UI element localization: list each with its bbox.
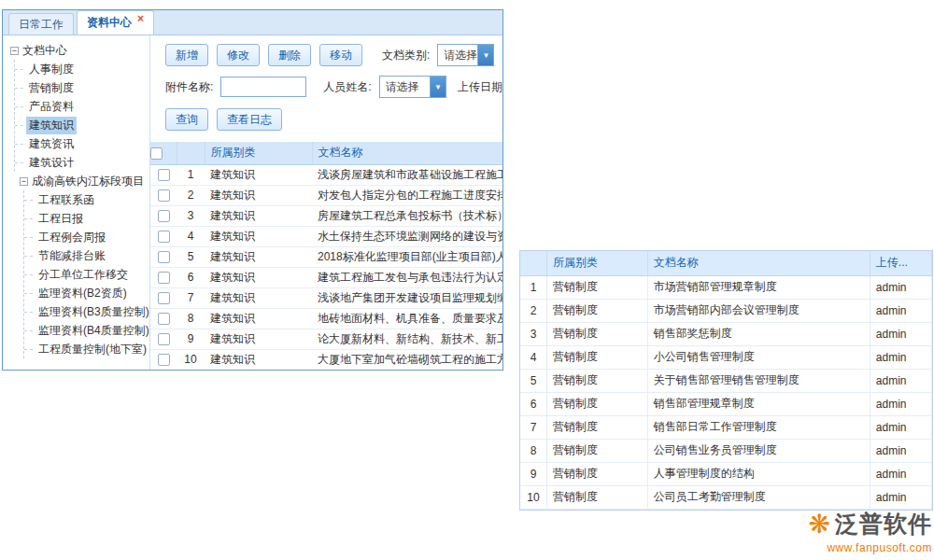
cell-category: 建筑知识 bbox=[205, 185, 312, 205]
cell-name: 市场营销部管理规章制度 bbox=[647, 275, 870, 299]
cell-name: 2018标准化监理项目部(业主项目部)人员... bbox=[312, 246, 502, 267]
sidebar-item[interactable]: 监理资料(B4质量控制) bbox=[24, 321, 149, 340]
row-checkbox[interactable] bbox=[158, 272, 170, 284]
tab-label: 资料中心 bbox=[87, 15, 132, 31]
sidebar-item[interactable]: 监理资料(B3质量控制) bbox=[24, 302, 149, 321]
sidebar-item[interactable]: 工程联系函 bbox=[24, 190, 149, 209]
select-all-checkbox[interactable] bbox=[150, 147, 163, 160]
column-header-category[interactable]: 所属别类 bbox=[546, 251, 647, 275]
table-row[interactable]: 1 营销制度 市场营销部管理规章制度 admin bbox=[520, 275, 932, 299]
sidebar-item[interactable]: 节能减排台账 bbox=[24, 246, 149, 265]
attachment-input[interactable] bbox=[220, 77, 306, 97]
sidebar-item-label: 建筑设计 bbox=[26, 154, 77, 172]
table-row[interactable]: 10 营销制度 公司员工考勤管理制度 admin bbox=[520, 485, 932, 509]
sidebar-item[interactable]: 产品资料 bbox=[15, 97, 149, 116]
collapse-icon[interactable]: − bbox=[10, 47, 19, 55]
cell-name: 人事管理制度的结构 bbox=[647, 462, 870, 485]
sidebar-item[interactable]: 工程例会周报 bbox=[24, 228, 149, 246]
table-row[interactable]: 7 建筑知识 浅谈地产集团开发建设项目监理规划编... bbox=[150, 287, 502, 308]
table-row[interactable]: 4 建筑知识 水土保持生态环境监测网络的建设与资... bbox=[150, 226, 502, 246]
cell-category: 营销制度 bbox=[546, 275, 647, 299]
table-row[interactable]: 3 营销制度 销售部奖惩制度 admin bbox=[520, 322, 932, 345]
row-checkbox[interactable] bbox=[158, 169, 170, 181]
toolbar-row-3: 查询 查看日志 bbox=[150, 103, 502, 136]
add-button[interactable]: 新增 bbox=[165, 44, 208, 66]
tab-bar: 日常工作 资料中心 × bbox=[3, 10, 502, 35]
table-row[interactable]: 9 建筑知识 论大厦新材料、新结构、新技术、新工... bbox=[150, 329, 502, 349]
cell-category: 建筑知识 bbox=[205, 329, 312, 349]
column-header-index bbox=[177, 142, 205, 164]
cell-index: 2 bbox=[177, 185, 205, 205]
sidebar-item-label: 建筑知识 bbox=[26, 117, 77, 134]
row-checkbox[interactable] bbox=[158, 251, 170, 263]
table-row[interactable]: 2 营销制度 市场营销部内部会议管理制度 admin bbox=[520, 299, 932, 322]
sidebar-item-selected[interactable]: 建筑知识 bbox=[15, 116, 149, 134]
table-row[interactable]: 4 营销制度 小公司销售管理制度 admin bbox=[520, 345, 932, 369]
cell-name: 市场营销部内部会议管理制度 bbox=[647, 299, 870, 322]
tab-daily-work[interactable]: 日常工作 bbox=[8, 13, 74, 35]
chevron-down-icon: ▼ bbox=[430, 77, 446, 97]
sidebar-tree: − 文档中心 人事制度 营销制度 产品资料 建筑知识 建筑资讯 建筑设计 − 成… bbox=[3, 35, 150, 370]
sidebar-root-project[interactable]: − 成渝高铁内江标段项目 bbox=[20, 172, 149, 190]
cell-name: 浅谈地产集团开发建设项目监理规划编... bbox=[312, 287, 502, 308]
query-button[interactable]: 查询 bbox=[165, 108, 208, 131]
sidebar-item[interactable]: 工程质量控制(地下室) bbox=[24, 340, 149, 358]
column-header-name[interactable]: 文档名称 bbox=[647, 251, 870, 275]
cell-index: 9 bbox=[177, 329, 205, 349]
table-row[interactable]: 7 营销制度 销售部日常工作管理制度 admin bbox=[520, 415, 932, 439]
cell-uploader: admin bbox=[870, 415, 931, 439]
edit-button[interactable]: 修改 bbox=[217, 44, 260, 66]
table-row[interactable]: 5 营销制度 关于销售部管理销售管理制度 admin bbox=[520, 369, 932, 392]
table-row[interactable]: 8 建筑知识 地砖地面材料、机具准备、质量要求及... bbox=[150, 308, 502, 329]
person-select-value: 请选择 bbox=[380, 77, 430, 97]
cell-category: 建筑知识 bbox=[205, 287, 312, 308]
close-icon[interactable]: × bbox=[137, 13, 144, 24]
table-row[interactable]: 2 建筑知识 对发包人指定分包的工程施工进度安排... bbox=[150, 185, 502, 205]
desktop: 日常工作 资料中心 × − 文档中心 人事制度 营销制度 产品资料 建筑知识 建 bbox=[0, 0, 934, 560]
table-row[interactable]: 3 建筑知识 房屋建筑工程总承包投标书（技术标）... bbox=[150, 205, 502, 226]
sidebar-item-label: 工程例会周报 bbox=[35, 229, 108, 246]
sidebar-item-label: 工程联系函 bbox=[35, 191, 97, 209]
toolbar-row-1: 新增 修改 删除 移动 文档类别: 请选择 ▼ 文档 bbox=[150, 39, 502, 71]
table-row[interactable]: 6 营销制度 销售部管理规章制度 admin bbox=[520, 392, 932, 415]
sidebar-item[interactable]: 人事制度 bbox=[15, 60, 149, 78]
sidebar-item[interactable]: 建筑资讯 bbox=[15, 134, 149, 153]
table-row[interactable]: 1 建筑知识 浅谈房屋建筑和市政基础设施工程施工... bbox=[150, 164, 502, 185]
sidebar-item-label: 节能减排台账 bbox=[35, 247, 108, 265]
table-row[interactable]: 8 营销制度 公司销售业务员管理制度 admin bbox=[520, 439, 932, 462]
category-select[interactable]: 请选择 ▼ bbox=[437, 44, 494, 66]
fanpu-logo: ❋ 泛普软件 www.fanpusoft.com bbox=[809, 509, 932, 554]
cell-index: 2 bbox=[520, 299, 546, 322]
column-header-name[interactable]: 文档名称 bbox=[312, 142, 502, 164]
sidebar-item[interactable]: 建筑设计 bbox=[15, 153, 149, 172]
sidebar-item[interactable]: 监理资料(B2资质) bbox=[24, 284, 149, 302]
sidebar-item[interactable]: 分工单位工作移交 bbox=[24, 265, 149, 284]
row-checkbox[interactable] bbox=[158, 210, 170, 222]
column-header-category[interactable]: 所属别类 bbox=[205, 142, 312, 164]
row-checkbox[interactable] bbox=[158, 231, 170, 243]
sidebar-item[interactable]: 工程日报 bbox=[24, 209, 149, 228]
table-row[interactable]: 6 建筑知识 建筑工程施工发包与承包违法行为认定... bbox=[150, 267, 502, 287]
row-checkbox[interactable] bbox=[158, 292, 170, 304]
table-row[interactable]: 9 营销制度 人事管理制度的结构 admin bbox=[520, 462, 932, 485]
chevron-down-icon: ▼ bbox=[477, 45, 493, 65]
tab-data-center[interactable]: 资料中心 × bbox=[77, 10, 154, 35]
cell-name: 小公司销售管理制度 bbox=[647, 345, 870, 369]
row-checkbox[interactable] bbox=[158, 189, 170, 202]
sidebar-root-document-center[interactable]: − 文档中心 bbox=[10, 41, 149, 60]
collapse-icon[interactable]: − bbox=[20, 177, 28, 186]
cell-category: 营销制度 bbox=[546, 485, 647, 509]
delete-button[interactable]: 删除 bbox=[268, 44, 311, 66]
person-select[interactable]: 请选择 ▼ bbox=[379, 76, 446, 98]
view-log-button[interactable]: 查看日志 bbox=[217, 108, 282, 131]
table-row[interactable]: 5 建筑知识 2018标准化监理项目部(业主项目部)人员... bbox=[150, 246, 502, 267]
row-checkbox[interactable] bbox=[158, 313, 170, 325]
column-header-upload[interactable]: 上传... bbox=[870, 251, 931, 275]
row-checkbox[interactable] bbox=[158, 333, 170, 345]
table-row[interactable]: 10 建筑知识 大厦地下室加气砼墙砌筑工程的施工方... bbox=[150, 349, 502, 370]
sidebar-item[interactable]: 营销制度 bbox=[15, 78, 149, 97]
brand-url: www.fanpusoft.com bbox=[809, 541, 932, 554]
move-button[interactable]: 移动 bbox=[319, 44, 362, 66]
row-checkbox[interactable] bbox=[158, 354, 170, 366]
window-body: − 文档中心 人事制度 营销制度 产品资料 建筑知识 建筑资讯 建筑设计 − 成… bbox=[3, 35, 502, 370]
